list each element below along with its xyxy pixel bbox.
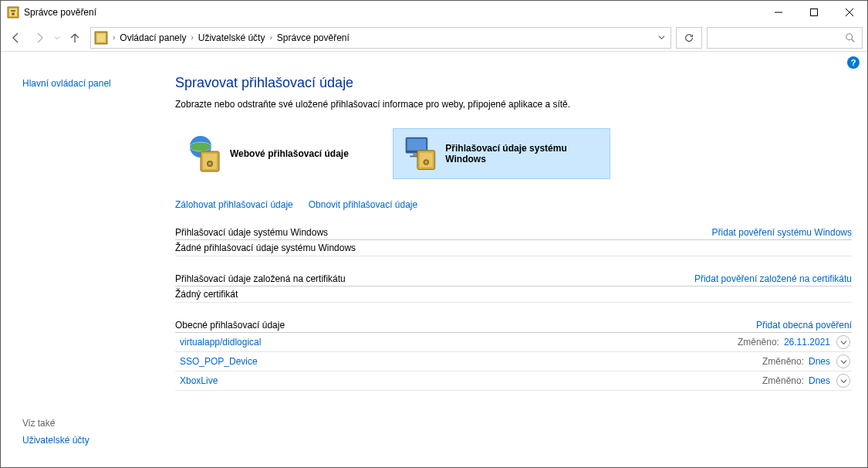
help-button[interactable]: ? (847, 56, 860, 69)
window-controls (761, 1, 867, 24)
address-dropdown[interactable] (652, 28, 670, 48)
control-panel-icon (94, 31, 108, 45)
expand-button[interactable] (836, 354, 850, 368)
svg-point-17 (208, 162, 211, 165)
recent-dropdown[interactable] (52, 27, 62, 49)
back-button[interactable] (5, 27, 27, 49)
chevron-right-icon: › (268, 33, 273, 42)
add-generic-credential-link[interactable]: Přidat obecná pověření (756, 320, 852, 331)
section-certificate-credentials: Přihlašovací údaje založená na certifiká… (175, 273, 852, 303)
search-icon (845, 32, 856, 43)
app-window: Správce pověření › Ovládací panely › Uži… (0, 0, 868, 468)
add-windows-credential-link[interactable]: Přidat pověření systému Windows (712, 227, 852, 238)
monitor-vault-icon (401, 133, 441, 175)
modified-value: Dnes (809, 356, 830, 367)
credential-name[interactable]: SSO_POP_Device (180, 356, 762, 367)
page-description: Zobrazte nebo odstraňte své uložené přih… (175, 99, 852, 110)
titlebar: Správce pověření (1, 1, 867, 24)
modified-label: Změněno: (738, 337, 779, 348)
modified-label: Změněno: (762, 356, 804, 367)
svg-point-10 (846, 33, 853, 39)
credential-row[interactable]: virtualapp/didlogical Změněno: 26.11.202… (175, 333, 852, 352)
sidebar-footer: Viz také Uživatelské účty (22, 418, 154, 449)
chevron-right-icon: › (189, 33, 194, 42)
expand-button[interactable] (836, 335, 850, 349)
add-certificate-credential-link[interactable]: Přidat pověření založené na certifikátu (694, 273, 852, 284)
close-button[interactable] (832, 1, 867, 24)
tab-windows-credentials-label: Přihlašovací údaje systému Windows (445, 143, 602, 164)
restore-link[interactable]: Obnovit přihlašovací údaje (309, 199, 417, 210)
breadcrumb-item[interactable]: Uživatelské účty (195, 32, 269, 43)
tab-web-credentials[interactable]: Webové přihlašovací údaje (175, 128, 393, 179)
credential-row[interactable]: XboxLive Změněno: Dnes (175, 371, 852, 391)
svg-rect-3 (11, 10, 15, 12)
svg-point-25 (424, 161, 427, 164)
search-input[interactable] (707, 27, 863, 49)
section-header: Obecné přihlašovací údaje Přidat obecná … (175, 320, 852, 333)
breadcrumb-item[interactable]: Správce pověření (274, 32, 353, 43)
chevron-right-icon: › (111, 33, 117, 42)
sidebar: Hlavní ovládací panel Viz také Uživatels… (1, 69, 161, 467)
up-button[interactable] (64, 27, 86, 49)
tab-web-credentials-label: Webové přihlašovací údaje (230, 148, 349, 159)
modified-label: Změněno: (762, 375, 804, 386)
sidebar-footer-link[interactable]: Uživatelské účty (22, 435, 154, 446)
credential-name[interactable]: XboxLive (180, 375, 762, 386)
maximize-button[interactable] (796, 1, 832, 24)
globe-vault-icon (184, 133, 225, 175)
credential-row[interactable]: SSO_POP_Device Změněno: Dnes (175, 352, 852, 371)
section-generic-credentials: Obecné přihlašovací údaje Přidat obecná … (175, 320, 852, 391)
svg-rect-5 (811, 9, 818, 16)
body-area: Hlavní ovládací panel Viz také Uživatels… (1, 69, 867, 467)
sidebar-main-link[interactable]: Hlavní ovládací panel (22, 78, 154, 89)
svg-point-2 (12, 12, 15, 15)
app-icon (7, 6, 19, 19)
expand-button[interactable] (836, 374, 850, 388)
credential-type-tabs: Webové přihlašovací údaje (175, 128, 852, 179)
credential-name[interactable]: virtualapp/didlogical (180, 337, 738, 348)
section-empty-text: Žádný certifikát (175, 287, 852, 303)
modified-value: 26.11.2021 (784, 337, 830, 348)
address-bar[interactable]: › Ovládací panely › Uživatelské účty › S… (90, 27, 671, 49)
tab-windows-credentials[interactable]: Přihlašovací údaje systému Windows (393, 128, 610, 179)
page-title: Spravovat přihlašovací údaje (175, 75, 852, 91)
forward-button[interactable] (29, 27, 50, 49)
section-header: Přihlašovací údaje založená na certifiká… (175, 273, 852, 287)
section-title: Přihlašovací údaje systému Windows (175, 227, 328, 238)
modified-value: Dnes (809, 375, 830, 386)
minimize-button[interactable] (761, 1, 796, 24)
section-header: Přihlašovací údaje systému Windows Přida… (175, 227, 852, 240)
backup-link[interactable]: Zálohovat přihlašovací údaje (175, 199, 293, 210)
help-row: ? (1, 52, 867, 69)
section-title: Obecné přihlašovací údaje (175, 320, 285, 331)
toolbar: › Ovládací panely › Uživatelské účty › S… (1, 24, 867, 52)
section-title: Přihlašovací údaje založená na certifiká… (175, 273, 346, 284)
svg-rect-19 (407, 139, 427, 151)
svg-line-11 (852, 39, 855, 42)
breadcrumb-item[interactable]: Ovládací panely (117, 32, 189, 43)
refresh-button[interactable] (676, 27, 702, 49)
window-title: Správce pověření (24, 7, 761, 18)
backup-restore-row: Zálohovat přihlašovací údaje Obnovit při… (175, 199, 852, 210)
section-empty-text: Žádné přihlašovací údaje systému Windows (175, 240, 852, 256)
sidebar-footer-title: Viz také (22, 418, 154, 429)
svg-rect-9 (96, 33, 105, 42)
main-content: Spravovat přihlašovací údaje Zobrazte ne… (161, 69, 867, 467)
section-windows-credentials: Přihlašovací údaje systému Windows Přida… (175, 227, 852, 256)
